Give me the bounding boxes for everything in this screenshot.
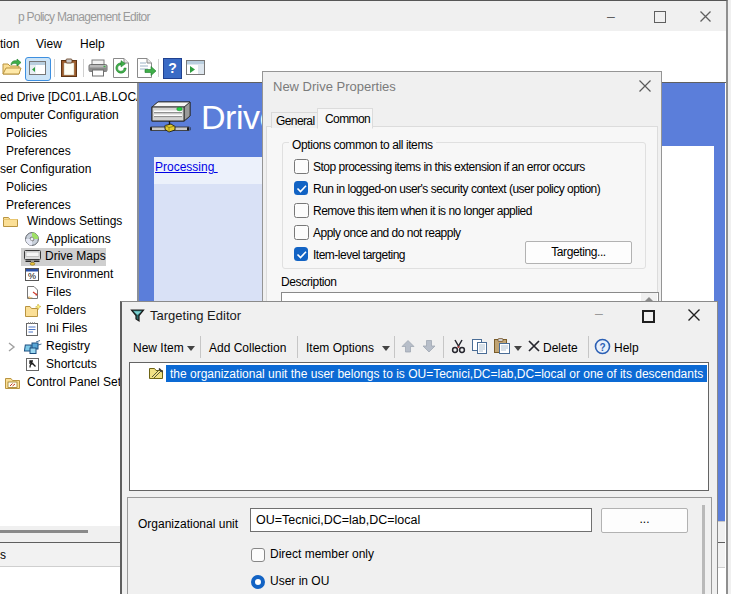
svg-text:%: % bbox=[28, 271, 36, 281]
svg-text:?: ? bbox=[600, 342, 606, 353]
